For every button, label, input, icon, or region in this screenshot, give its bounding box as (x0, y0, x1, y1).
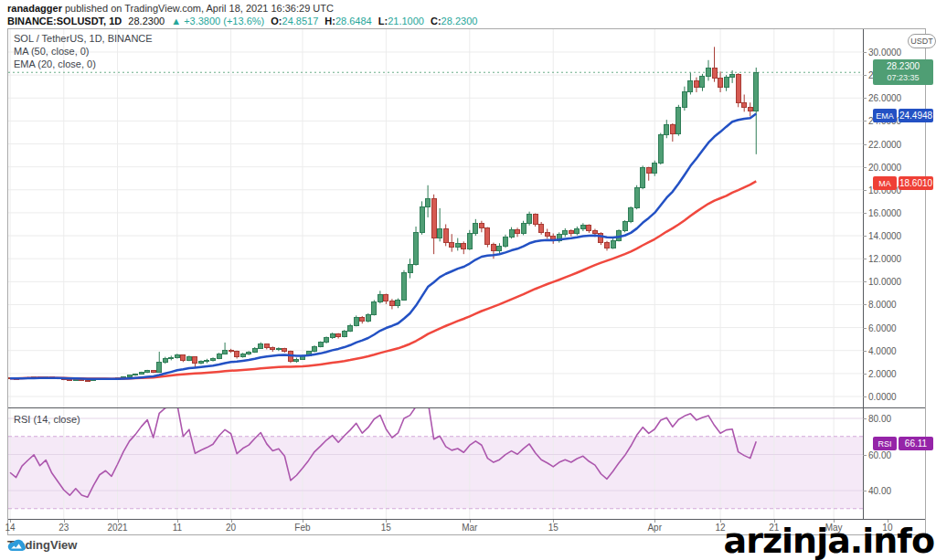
time-axis-label: Apr (634, 523, 675, 533)
last-price: 28.2300 (128, 16, 165, 26)
low-label: L: (378, 16, 388, 26)
last-price-badge-value: 28.2300 (887, 60, 920, 72)
price-axis-tick (863, 167, 867, 168)
time-axis-tick (720, 520, 721, 523)
rsi-pane-plot[interactable] (8, 408, 863, 519)
ma-price-badge: MA 18.6010 (873, 176, 933, 190)
symbol-quote-line: BINANCE:SOLUSDT, 1D 28.2300 ▲ +3.3800 (+… (7, 16, 477, 26)
time-axis-label: Mar (450, 523, 490, 533)
time-axis-tick (177, 520, 178, 523)
high-label: H: (324, 16, 335, 26)
time-axis-label: 14 (0, 523, 30, 533)
chart-frame: SOL / TetherUS, 1D, BINANCE MA (50, clos… (7, 28, 926, 535)
price-axis-tick (863, 351, 867, 352)
time-axis-tick (231, 520, 232, 523)
rsi-axis-label: 40.00 (868, 486, 921, 496)
price-axis-tick (863, 75, 867, 76)
last-price-badge: 28.2300 07:23:35 (873, 59, 933, 85)
price-axis-label: 16.0000 (868, 208, 921, 218)
price-axis-tick (863, 52, 867, 53)
up-arrow-icon: ▲ (171, 16, 181, 26)
price-pane-plot[interactable] (8, 29, 863, 407)
pane-legend: SOL / TetherUS, 1D, BINANCE MA (50, clos… (14, 32, 153, 70)
price-axis-tick (863, 98, 867, 99)
price-axis-label: 4.0000 (868, 346, 921, 356)
price-axis-tick (863, 213, 867, 214)
price-axis-label: 30.0000 (868, 48, 921, 58)
price-axis-tick (863, 190, 867, 191)
open-label: O: (271, 16, 282, 26)
price-axis-tick (863, 304, 867, 305)
close-value: 28.2300 (441, 16, 478, 26)
legend-ma50[interactable]: MA (50, close, 0) (14, 45, 153, 58)
pane-divider[interactable] (8, 407, 925, 408)
tradingview-cloud-icon (7, 539, 26, 552)
rsi-axis-tick (863, 491, 867, 491)
ema-price-badge: EMA 24.4948 (873, 109, 933, 122)
price-axis-label: 26.0000 (868, 93, 921, 103)
ema-badge-tag: EMA (873, 109, 897, 122)
rsi-axis-tick (863, 418, 867, 419)
price-axis-tick (863, 121, 867, 122)
low-value: 21.1000 (388, 16, 424, 26)
price-axis-label: 6.0000 (868, 323, 921, 333)
time-axis-label: 15 (533, 523, 573, 533)
price-axis-tick (863, 236, 867, 237)
price-axis-tick (863, 281, 867, 282)
time-axis-tick (303, 520, 303, 523)
price-axis-label: 0.0000 (868, 392, 921, 402)
currency-toggle[interactable]: USDT (908, 34, 936, 48)
price-axis-label: 8.0000 (868, 300, 921, 310)
symbol-name: BINANCE:SOLUSDT, 1D (7, 16, 122, 26)
rsi-axis-label: 60.00 (868, 450, 921, 460)
time-axis-label: 15 (366, 523, 406, 533)
ma-badge-value: 18.6010 (899, 176, 933, 190)
price-change: +3.3800 (+13.6%) (184, 16, 264, 26)
open-value: 24.8517 (282, 16, 319, 26)
byline-text: published on TradingView.com, April 18, … (62, 3, 334, 14)
price-axis-tick (863, 374, 867, 375)
price-axis-label: 14.0000 (868, 231, 921, 241)
price-axis-tick (863, 144, 867, 145)
legend-ema20[interactable]: EMA (20, close, 0) (14, 58, 153, 70)
price-axis-label: 2.0000 (868, 369, 921, 379)
rsi-badge-value: 66.11 (899, 437, 933, 450)
price-axis-tick (863, 328, 867, 329)
ma-badge-tag: MA (873, 176, 897, 190)
time-axis-label: 2021 (98, 523, 138, 533)
rsi-legend[interactable]: RSI (14, close) (14, 414, 80, 425)
time-axis-tick (10, 520, 11, 523)
time-axis-label: 11 (157, 523, 197, 533)
time-axis-tick (553, 520, 554, 523)
rsi-axis-tick (863, 455, 867, 456)
price-axis-tick (863, 259, 867, 259)
close-label: C: (431, 16, 441, 26)
price-axis-tick (863, 396, 867, 397)
rsi-badge-tag: RSI (873, 437, 897, 450)
ema-badge-value: 24.4948 (899, 109, 933, 122)
time-axis-label: Feb (282, 523, 323, 533)
time-axis-label: 23 (44, 523, 84, 533)
time-axis-tick (470, 520, 471, 523)
price-axis-label: 12.0000 (868, 254, 921, 264)
high-value: 28.6484 (335, 16, 372, 26)
price-axis-label: 10.0000 (868, 277, 921, 287)
price-axis-border (863, 29, 864, 519)
tradingview-logo[interactable]: TradingView (7, 538, 77, 552)
watermark-text: arzinja.info (724, 521, 934, 560)
author-name: ranadagger (7, 3, 62, 14)
tradingview-chart-page: ranadagger published on TradingView.com,… (0, 0, 936, 560)
price-axis-label: 20.0000 (868, 163, 921, 173)
publish-byline: ranadagger published on TradingView.com,… (7, 3, 334, 14)
time-axis-border (8, 519, 925, 520)
legend-symbol[interactable]: SOL / TetherUS, 1D, BINANCE (14, 32, 153, 45)
rsi-axis-label: 80.00 (868, 414, 921, 424)
time-axis-tick (118, 520, 119, 523)
time-axis-tick (64, 520, 65, 523)
bar-countdown: 07:23:35 (887, 72, 919, 84)
time-axis-tick (654, 520, 655, 523)
rsi-value-badge: RSI 66.11 (873, 437, 933, 450)
time-axis-tick (386, 520, 387, 523)
price-axis-label: 22.0000 (868, 140, 921, 150)
time-axis-label: 20 (211, 523, 251, 533)
